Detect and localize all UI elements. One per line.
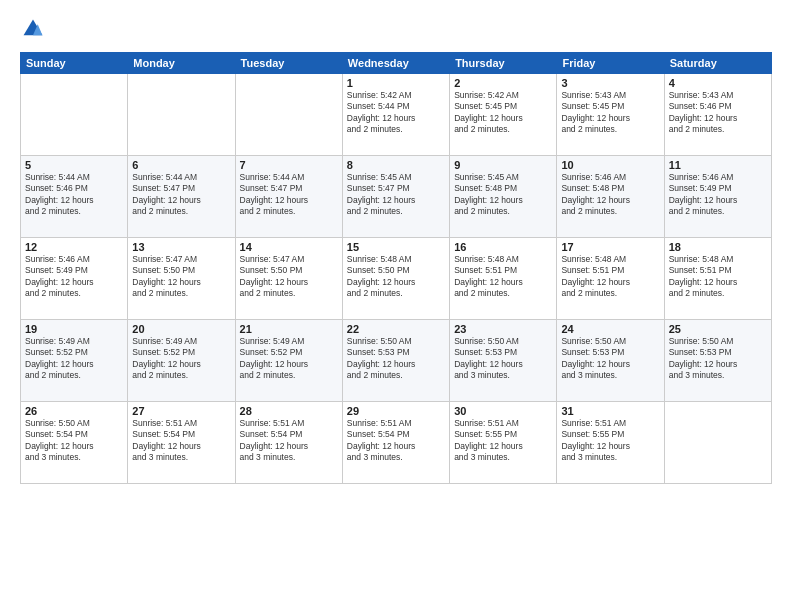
calendar-week-row: 1Sunrise: 5:42 AM Sunset: 5:44 PM Daylig… bbox=[21, 74, 772, 156]
calendar-cell: 13Sunrise: 5:47 AM Sunset: 5:50 PM Dayli… bbox=[128, 238, 235, 320]
page-header bbox=[20, 18, 772, 44]
calendar-week-row: 19Sunrise: 5:49 AM Sunset: 5:52 PM Dayli… bbox=[21, 320, 772, 402]
day-number: 10 bbox=[561, 159, 659, 171]
day-info: Sunrise: 5:44 AM Sunset: 5:47 PM Dayligh… bbox=[132, 172, 230, 218]
day-number: 21 bbox=[240, 323, 338, 335]
day-number: 24 bbox=[561, 323, 659, 335]
calendar-cell: 21Sunrise: 5:49 AM Sunset: 5:52 PM Dayli… bbox=[235, 320, 342, 402]
day-info: Sunrise: 5:50 AM Sunset: 5:53 PM Dayligh… bbox=[669, 336, 767, 382]
day-info: Sunrise: 5:46 AM Sunset: 5:49 PM Dayligh… bbox=[669, 172, 767, 218]
day-number: 11 bbox=[669, 159, 767, 171]
calendar-cell bbox=[664, 402, 771, 484]
weekday-header: Saturday bbox=[664, 53, 771, 74]
day-info: Sunrise: 5:47 AM Sunset: 5:50 PM Dayligh… bbox=[240, 254, 338, 300]
day-number: 1 bbox=[347, 77, 445, 89]
day-info: Sunrise: 5:51 AM Sunset: 5:54 PM Dayligh… bbox=[132, 418, 230, 464]
calendar-cell bbox=[128, 74, 235, 156]
logo bbox=[20, 18, 46, 44]
day-number: 18 bbox=[669, 241, 767, 253]
calendar-cell: 12Sunrise: 5:46 AM Sunset: 5:49 PM Dayli… bbox=[21, 238, 128, 320]
day-number: 22 bbox=[347, 323, 445, 335]
calendar-cell: 14Sunrise: 5:47 AM Sunset: 5:50 PM Dayli… bbox=[235, 238, 342, 320]
day-info: Sunrise: 5:42 AM Sunset: 5:45 PM Dayligh… bbox=[454, 90, 552, 136]
day-info: Sunrise: 5:49 AM Sunset: 5:52 PM Dayligh… bbox=[240, 336, 338, 382]
day-info: Sunrise: 5:50 AM Sunset: 5:54 PM Dayligh… bbox=[25, 418, 123, 464]
calendar-cell: 9Sunrise: 5:45 AM Sunset: 5:48 PM Daylig… bbox=[450, 156, 557, 238]
calendar-cell: 15Sunrise: 5:48 AM Sunset: 5:50 PM Dayli… bbox=[342, 238, 449, 320]
weekday-header: Thursday bbox=[450, 53, 557, 74]
day-number: 6 bbox=[132, 159, 230, 171]
calendar-cell: 5Sunrise: 5:44 AM Sunset: 5:46 PM Daylig… bbox=[21, 156, 128, 238]
day-info: Sunrise: 5:44 AM Sunset: 5:47 PM Dayligh… bbox=[240, 172, 338, 218]
calendar-cell: 18Sunrise: 5:48 AM Sunset: 5:51 PM Dayli… bbox=[664, 238, 771, 320]
day-info: Sunrise: 5:43 AM Sunset: 5:45 PM Dayligh… bbox=[561, 90, 659, 136]
calendar-cell: 23Sunrise: 5:50 AM Sunset: 5:53 PM Dayli… bbox=[450, 320, 557, 402]
calendar-cell: 30Sunrise: 5:51 AM Sunset: 5:55 PM Dayli… bbox=[450, 402, 557, 484]
calendar-cell: 20Sunrise: 5:49 AM Sunset: 5:52 PM Dayli… bbox=[128, 320, 235, 402]
calendar-cell: 25Sunrise: 5:50 AM Sunset: 5:53 PM Dayli… bbox=[664, 320, 771, 402]
day-info: Sunrise: 5:46 AM Sunset: 5:48 PM Dayligh… bbox=[561, 172, 659, 218]
day-number: 7 bbox=[240, 159, 338, 171]
weekday-header: Monday bbox=[128, 53, 235, 74]
day-number: 27 bbox=[132, 405, 230, 417]
day-info: Sunrise: 5:46 AM Sunset: 5:49 PM Dayligh… bbox=[25, 254, 123, 300]
day-number: 5 bbox=[25, 159, 123, 171]
day-info: Sunrise: 5:50 AM Sunset: 5:53 PM Dayligh… bbox=[454, 336, 552, 382]
calendar-cell bbox=[235, 74, 342, 156]
day-number: 16 bbox=[454, 241, 552, 253]
day-number: 28 bbox=[240, 405, 338, 417]
day-number: 23 bbox=[454, 323, 552, 335]
calendar-page: SundayMondayTuesdayWednesdayThursdayFrid… bbox=[0, 0, 792, 612]
weekday-header: Wednesday bbox=[342, 53, 449, 74]
calendar-cell: 24Sunrise: 5:50 AM Sunset: 5:53 PM Dayli… bbox=[557, 320, 664, 402]
day-info: Sunrise: 5:48 AM Sunset: 5:51 PM Dayligh… bbox=[669, 254, 767, 300]
calendar-cell: 3Sunrise: 5:43 AM Sunset: 5:45 PM Daylig… bbox=[557, 74, 664, 156]
day-number: 9 bbox=[454, 159, 552, 171]
calendar-cell: 29Sunrise: 5:51 AM Sunset: 5:54 PM Dayli… bbox=[342, 402, 449, 484]
calendar-week-row: 12Sunrise: 5:46 AM Sunset: 5:49 PM Dayli… bbox=[21, 238, 772, 320]
calendar-cell: 17Sunrise: 5:48 AM Sunset: 5:51 PM Dayli… bbox=[557, 238, 664, 320]
calendar-cell: 28Sunrise: 5:51 AM Sunset: 5:54 PM Dayli… bbox=[235, 402, 342, 484]
day-info: Sunrise: 5:51 AM Sunset: 5:54 PM Dayligh… bbox=[347, 418, 445, 464]
day-number: 2 bbox=[454, 77, 552, 89]
calendar-week-row: 5Sunrise: 5:44 AM Sunset: 5:46 PM Daylig… bbox=[21, 156, 772, 238]
day-number: 20 bbox=[132, 323, 230, 335]
calendar-cell: 6Sunrise: 5:44 AM Sunset: 5:47 PM Daylig… bbox=[128, 156, 235, 238]
day-number: 26 bbox=[25, 405, 123, 417]
calendar-cell: 31Sunrise: 5:51 AM Sunset: 5:55 PM Dayli… bbox=[557, 402, 664, 484]
day-number: 4 bbox=[669, 77, 767, 89]
day-number: 29 bbox=[347, 405, 445, 417]
calendar-cell: 4Sunrise: 5:43 AM Sunset: 5:46 PM Daylig… bbox=[664, 74, 771, 156]
calendar-cell: 7Sunrise: 5:44 AM Sunset: 5:47 PM Daylig… bbox=[235, 156, 342, 238]
calendar-table: SundayMondayTuesdayWednesdayThursdayFrid… bbox=[20, 52, 772, 484]
weekday-header-row: SundayMondayTuesdayWednesdayThursdayFrid… bbox=[21, 53, 772, 74]
day-info: Sunrise: 5:49 AM Sunset: 5:52 PM Dayligh… bbox=[132, 336, 230, 382]
day-info: Sunrise: 5:51 AM Sunset: 5:55 PM Dayligh… bbox=[561, 418, 659, 464]
day-number: 13 bbox=[132, 241, 230, 253]
day-info: Sunrise: 5:43 AM Sunset: 5:46 PM Dayligh… bbox=[669, 90, 767, 136]
calendar-cell bbox=[21, 74, 128, 156]
calendar-cell: 2Sunrise: 5:42 AM Sunset: 5:45 PM Daylig… bbox=[450, 74, 557, 156]
day-number: 3 bbox=[561, 77, 659, 89]
calendar-cell: 8Sunrise: 5:45 AM Sunset: 5:47 PM Daylig… bbox=[342, 156, 449, 238]
day-info: Sunrise: 5:49 AM Sunset: 5:52 PM Dayligh… bbox=[25, 336, 123, 382]
calendar-cell: 27Sunrise: 5:51 AM Sunset: 5:54 PM Dayli… bbox=[128, 402, 235, 484]
day-info: Sunrise: 5:44 AM Sunset: 5:46 PM Dayligh… bbox=[25, 172, 123, 218]
day-number: 31 bbox=[561, 405, 659, 417]
weekday-header: Tuesday bbox=[235, 53, 342, 74]
day-number: 8 bbox=[347, 159, 445, 171]
day-number: 15 bbox=[347, 241, 445, 253]
day-number: 17 bbox=[561, 241, 659, 253]
day-info: Sunrise: 5:50 AM Sunset: 5:53 PM Dayligh… bbox=[561, 336, 659, 382]
calendar-cell: 10Sunrise: 5:46 AM Sunset: 5:48 PM Dayli… bbox=[557, 156, 664, 238]
calendar-cell: 11Sunrise: 5:46 AM Sunset: 5:49 PM Dayli… bbox=[664, 156, 771, 238]
day-info: Sunrise: 5:48 AM Sunset: 5:51 PM Dayligh… bbox=[454, 254, 552, 300]
day-info: Sunrise: 5:51 AM Sunset: 5:55 PM Dayligh… bbox=[454, 418, 552, 464]
day-info: Sunrise: 5:45 AM Sunset: 5:48 PM Dayligh… bbox=[454, 172, 552, 218]
day-info: Sunrise: 5:50 AM Sunset: 5:53 PM Dayligh… bbox=[347, 336, 445, 382]
day-number: 25 bbox=[669, 323, 767, 335]
day-info: Sunrise: 5:48 AM Sunset: 5:51 PM Dayligh… bbox=[561, 254, 659, 300]
calendar-cell: 1Sunrise: 5:42 AM Sunset: 5:44 PM Daylig… bbox=[342, 74, 449, 156]
weekday-header: Sunday bbox=[21, 53, 128, 74]
day-number: 14 bbox=[240, 241, 338, 253]
